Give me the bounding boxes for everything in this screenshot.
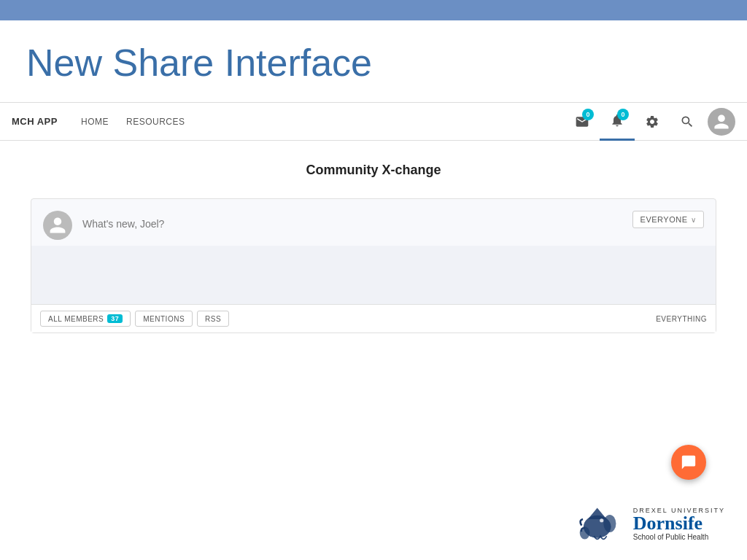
drexel-school-label: School of Public Health — [633, 533, 725, 541]
dragon-icon — [575, 502, 626, 545]
settings-icon — [645, 114, 659, 129]
notifications-badge: 0 — [617, 109, 629, 120]
post-input-row: What's new, Joel? EVERYONE ∨ — [31, 199, 716, 246]
navbar-icons: 0 0 — [565, 103, 735, 141]
community-title: Community X-change — [15, 163, 732, 178]
footer-logo: DREXEL UNIVERSITY Dornsife School of Pub… — [575, 502, 725, 545]
post-tabs: ALL MEMBERS 37 MENTIONS RSS EVERYTHING — [31, 304, 716, 332]
post-body[interactable] — [31, 246, 716, 304]
settings-button[interactable] — [635, 103, 670, 141]
navbar: MCH APP HOME RESOURCES 0 0 — [0, 103, 747, 141]
rss-tab[interactable]: RSS — [197, 311, 229, 327]
content-area: Community X-change What's new, Joel? EVE… — [0, 141, 747, 355]
chat-icon — [681, 454, 697, 470]
chat-fab[interactable] — [671, 445, 706, 480]
navbar-links: HOME RESOURCES — [81, 117, 565, 127]
avatar[interactable] — [708, 108, 735, 136]
navbar-link-home[interactable]: HOME — [81, 117, 109, 127]
drexel-logo-text: DREXEL UNIVERSITY Dornsife School of Pub… — [633, 507, 725, 541]
all-members-badge: 37 — [107, 314, 123, 323]
all-members-label: ALL MEMBERS — [48, 315, 104, 323]
rss-label: RSS — [205, 315, 221, 323]
avatar-icon — [713, 113, 730, 131]
post-box: What's new, Joel? EVERYONE ∨ ALL MEMBERS… — [31, 198, 716, 333]
notifications-button[interactable]: 0 — [600, 103, 635, 141]
svg-point-2 — [603, 515, 616, 532]
heading-area: New Share Interface — [0, 20, 747, 103]
search-button[interactable] — [670, 103, 705, 141]
audience-label: EVERYONE — [640, 215, 688, 224]
mentions-label: MENTIONS — [143, 315, 185, 323]
everything-button[interactable]: EVERYTHING — [656, 315, 707, 323]
drexel-dornsife-label: Dornsife — [633, 514, 725, 533]
everything-label: EVERYTHING — [656, 315, 707, 323]
top-banner — [0, 0, 747, 20]
post-avatar-icon — [48, 216, 67, 235]
messages-button[interactable]: 0 — [565, 103, 600, 141]
navbar-link-resources[interactable]: RESOURCES — [126, 117, 185, 127]
all-members-tab[interactable]: ALL MEMBERS 37 — [40, 311, 131, 327]
post-input[interactable]: What's new, Joel? — [82, 211, 632, 230]
navbar-brand: MCH APP — [12, 116, 58, 127]
page-title: New Share Interface — [26, 41, 721, 85]
svg-point-4 — [600, 518, 603, 522]
chevron-down-icon: ∨ — [691, 216, 697, 224]
audience-selector[interactable]: EVERYONE ∨ — [632, 211, 704, 228]
post-avatar — [43, 211, 72, 240]
search-icon — [680, 114, 694, 129]
tabs-left: ALL MEMBERS 37 MENTIONS RSS — [40, 311, 229, 327]
messages-badge: 0 — [582, 109, 594, 120]
svg-marker-1 — [588, 508, 607, 519]
mentions-tab[interactable]: MENTIONS — [135, 311, 193, 327]
